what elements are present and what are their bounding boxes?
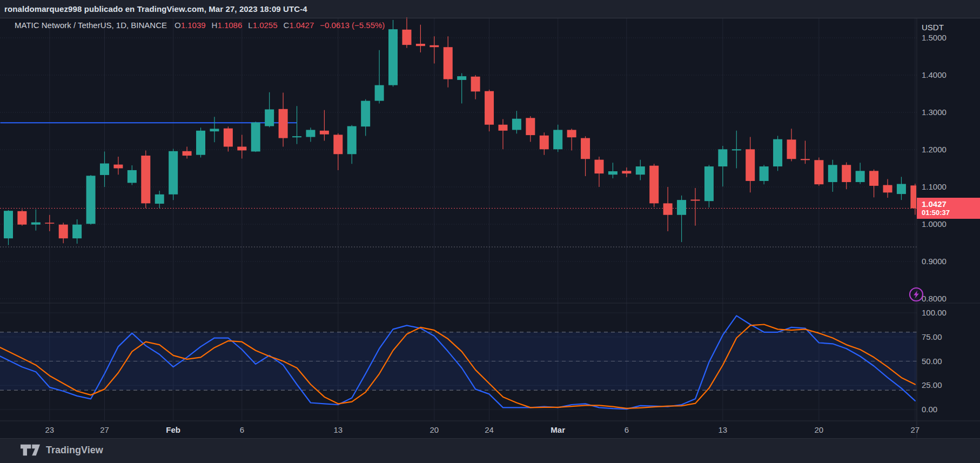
time-tick-label: 6 <box>625 425 629 434</box>
time-tick-label: 6 <box>240 425 244 434</box>
indicator-tick-label: 50.00 <box>922 357 942 366</box>
time-tick-label: Mar <box>551 425 565 434</box>
tradingview-published-chart: { "header": { "share_text": "ronaldomarq… <box>0 0 980 463</box>
candlestick-chart[interactable] <box>0 0 980 463</box>
ohlc-high: H1.1086 <box>212 21 243 30</box>
time-tick-label: 20 <box>429 425 439 434</box>
tradingview-logo[interactable]: TradingView <box>21 443 103 457</box>
time-tick-label: 27 <box>100 425 109 434</box>
time-tick-label: 27 <box>911 425 920 434</box>
time-tick-label: 23 <box>45 425 54 434</box>
ohlc-close: C1.0427 <box>284 21 314 30</box>
price-tick-label: 1.5000 <box>922 33 947 42</box>
indicator-tick-label: 100.00 <box>922 308 947 317</box>
time-tick-label: 13 <box>333 425 343 434</box>
time-tick-label: 20 <box>815 425 824 434</box>
price-tick-label: 1.2000 <box>922 145 947 154</box>
symbol-legend: MATIC Network / TetherUS, 1D, BINANCEO1.… <box>15 21 385 30</box>
bar-countdown: 01:50:37 <box>922 209 980 217</box>
price-tick-label: 1.0000 <box>922 219 947 229</box>
tradingview-wordmark: TradingView <box>46 445 103 456</box>
lightning-icon <box>909 287 924 302</box>
last-price-label: 1.0427 01:50:37 <box>917 198 980 219</box>
tradingview-logo-icon <box>21 444 41 456</box>
boost-button[interactable] <box>909 287 924 302</box>
currency-label: USDT <box>922 23 944 32</box>
price-tick-label: 1.4000 <box>922 70 947 79</box>
price-tick-label: 1.3000 <box>922 108 947 117</box>
symbol-title[interactable]: MATIC Network / TetherUS, 1D, BINANCE <box>15 21 167 30</box>
price-tick-label: 0.9000 <box>922 257 947 266</box>
ohlc-open: O1.1039 <box>174 21 206 30</box>
time-tick-label: Feb <box>166 425 180 434</box>
last-price-value: 1.0427 <box>922 199 980 209</box>
indicator-tick-label: 0.00 <box>922 405 937 414</box>
indicator-tick-label: 75.00 <box>922 332 942 341</box>
price-tick-label: 0.8000 <box>922 294 947 303</box>
time-tick-label: 13 <box>719 425 728 434</box>
ohlc-low: L1.0255 <box>248 21 277 30</box>
change-value: −0.0613 (−5.55%) <box>320 21 385 30</box>
time-tick-label: 24 <box>485 425 494 434</box>
price-tick-label: 1.1000 <box>922 182 947 191</box>
indicator-tick-label: 25.00 <box>922 380 942 390</box>
